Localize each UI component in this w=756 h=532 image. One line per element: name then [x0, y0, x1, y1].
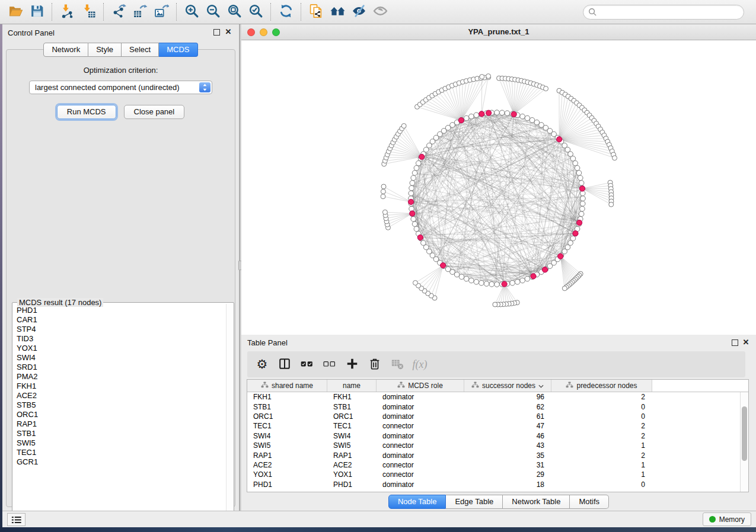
table-cell: YOX1: [247, 470, 327, 479]
mcds-result-item[interactable]: STP4: [17, 325, 225, 334]
tab-edge-table[interactable]: Edge Table: [446, 495, 503, 509]
show-all-button[interactable]: [369, 2, 391, 21]
table-cell: RAP1: [327, 451, 377, 460]
tab-node-table[interactable]: Node Table: [388, 495, 446, 509]
mcds-result-item[interactable]: PMA2: [17, 372, 225, 382]
mcds-result-item[interactable]: ORC1: [17, 410, 225, 419]
delete-column-button[interactable]: [363, 354, 386, 375]
zoom-in-icon: [184, 4, 199, 20]
mcds-result-item[interactable]: STB5: [17, 400, 225, 410]
float-table-panel-icon[interactable]: [732, 339, 738, 346]
delete-table-icon: [391, 357, 404, 372]
mcds-result-item[interactable]: TID3: [17, 334, 225, 344]
tab-select[interactable]: Select: [122, 43, 159, 57]
column-header-predecessor-nodes[interactable]: predecessor nodes: [551, 380, 652, 392]
delete-table-button[interactable]: [386, 354, 409, 375]
table-cell: dominator: [377, 480, 464, 489]
import-table-button[interactable]: [78, 2, 99, 21]
zoom-fit-icon: [227, 4, 242, 20]
table-row[interactable]: TEC1TEC1connector472: [247, 421, 740, 431]
columns-button[interactable]: [273, 354, 296, 375]
close-table-panel-icon[interactable]: ✕: [741, 337, 751, 348]
mcds-result-scrollbar[interactable]: [226, 304, 232, 521]
mcds-result-item[interactable]: YOX1: [17, 344, 225, 353]
main-toolbar: [0, 0, 756, 24]
mcds-result-item[interactable]: SWI5: [17, 438, 225, 448]
table-row[interactable]: SWI5SWI5connector431: [247, 441, 740, 450]
table-panel-tabs: Node TableEdge TableNetwork TableMotifs: [241, 495, 756, 509]
table-cell: 43: [464, 441, 551, 450]
add-column-button[interactable]: [341, 354, 363, 375]
table-cell: 2: [551, 432, 652, 440]
table-row[interactable]: FKH1FKH1dominator962: [247, 392, 740, 402]
mcds-result-item[interactable]: PHD1: [17, 306, 225, 315]
network-canvas[interactable]: [241, 40, 756, 335]
tab-mcds[interactable]: MCDS: [159, 43, 197, 57]
mcds-result-group: MCDS result (17 nodes) PHD1CAR1STP4TID3Y…: [12, 302, 234, 523]
export-image-button[interactable]: [151, 2, 172, 21]
tab-network-table[interactable]: Network Table: [503, 495, 570, 509]
table-row[interactable]: ORC1ORC1dominator610: [247, 412, 740, 421]
zoom-selected-button[interactable]: [245, 2, 266, 21]
table-scrollbar-thumb[interactable]: [742, 406, 747, 461]
tab-network[interactable]: Network: [43, 43, 88, 57]
mcds-result-item[interactable]: CAR1: [17, 315, 225, 325]
function-builder-button[interactable]: f(x): [409, 354, 431, 375]
save-session-button[interactable]: [26, 2, 47, 21]
table-cell: connector: [377, 441, 464, 450]
mcds-result-list[interactable]: PHD1CAR1STP4TID3YOX1SWI4SRD1PMA2FKH1ACE2…: [14, 304, 225, 521]
share-document-button[interactable]: [305, 2, 327, 21]
column-header-successor-nodes[interactable]: successor nodes: [464, 380, 551, 392]
table-cell: SWI5: [327, 441, 377, 450]
toolbar-separator: [103, 3, 104, 21]
deselect-all-button[interactable]: [318, 354, 341, 375]
table-row[interactable]: PHD1PHD1dominator180: [247, 480, 740, 489]
refresh-view-button[interactable]: [275, 2, 296, 21]
tab-motifs[interactable]: Motifs: [570, 495, 609, 509]
mcds-result-item[interactable]: ACE2: [17, 391, 225, 400]
column-label: successor nodes: [482, 382, 535, 390]
mcds-result-item[interactable]: SRD1: [17, 363, 225, 372]
table-cell: 0: [551, 403, 652, 411]
run-mcds-button[interactable]: Run MCDS: [57, 105, 116, 119]
hide-selected-button[interactable]: [348, 2, 369, 21]
criterion-dropdown[interactable]: largest connected component (undirected): [29, 81, 212, 94]
mcds-result-item[interactable]: FKH1: [17, 382, 225, 391]
close-panel-icon[interactable]: ✕: [224, 27, 233, 37]
import-network-button[interactable]: [56, 2, 78, 21]
export-table-button[interactable]: [129, 2, 151, 21]
mcds-result-item[interactable]: SWI4: [17, 353, 225, 363]
select-all-button[interactable]: [296, 354, 318, 375]
gear-button[interactable]: ⚙: [251, 354, 273, 375]
close-panel-button[interactable]: Close panel: [124, 105, 185, 119]
mcds-result-item[interactable]: TEC1: [17, 448, 225, 457]
zoom-fit-button[interactable]: [224, 2, 245, 21]
table-cell: ACE2: [327, 461, 377, 469]
table-cell: 1: [551, 441, 652, 450]
table-row[interactable]: SWI4SWI4dominator462: [247, 431, 740, 441]
table-row[interactable]: ACE2ACE2connector311: [247, 460, 740, 470]
show-panels-button[interactable]: [7, 513, 25, 526]
table-row[interactable]: RAP1RAP1dominator352: [247, 450, 740, 460]
mcds-result-item[interactable]: RAP1: [17, 419, 225, 429]
table-cell: SWI4: [327, 432, 377, 440]
column-header-MCDS-role[interactable]: MCDS role: [377, 380, 464, 392]
column-header-name[interactable]: name: [327, 380, 377, 392]
export-network-button[interactable]: [108, 2, 129, 21]
zoom-out-button[interactable]: [202, 2, 224, 21]
table-cell: 1: [551, 470, 652, 479]
mcds-result-item[interactable]: GCR1: [17, 457, 225, 467]
search-input[interactable]: [583, 5, 744, 20]
memory-button[interactable]: Memory: [703, 512, 751, 526]
tab-style[interactable]: Style: [88, 43, 122, 57]
mcds-result-item[interactable]: STB1: [17, 429, 225, 438]
columns-icon: [278, 357, 291, 372]
open-session-button[interactable]: [5, 2, 26, 21]
delete-column-icon: [368, 357, 381, 372]
table-row[interactable]: YOX1YOX1connector291: [247, 470, 740, 479]
table-row[interactable]: STB1STB1dominator620: [247, 402, 740, 411]
float-panel-icon[interactable]: [213, 29, 220, 36]
zoom-in-button[interactable]: [181, 2, 202, 21]
column-header-shared-name[interactable]: shared name: [247, 380, 327, 392]
first-neighbors-button[interactable]: [327, 2, 348, 21]
